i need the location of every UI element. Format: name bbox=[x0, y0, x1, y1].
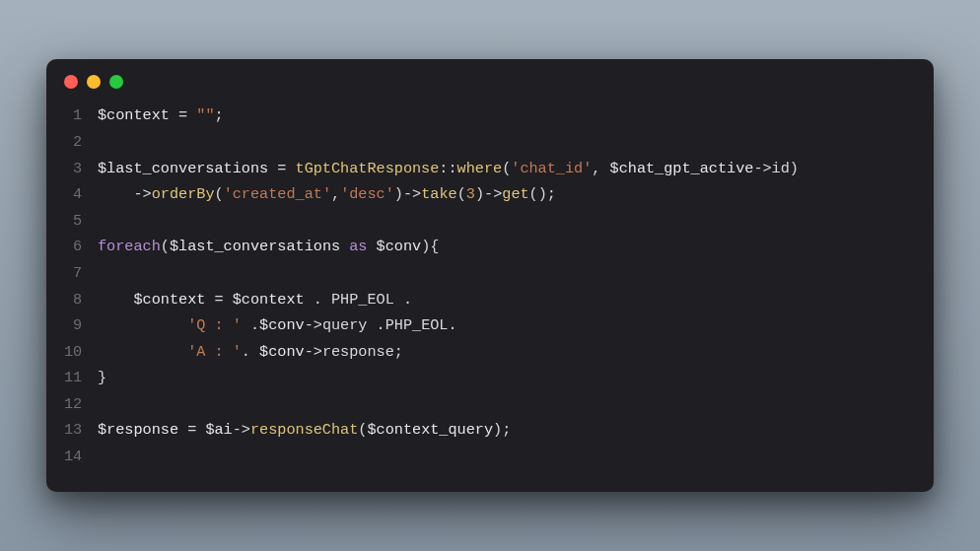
code-line[interactable]: 4 ->orderBy('created_at','desc')->take(3… bbox=[64, 181, 916, 208]
token-punc: ( bbox=[215, 185, 224, 203]
line-code[interactable]: foreach($last_conversations as $conv){ bbox=[98, 234, 916, 260]
token-var: $context_query bbox=[367, 421, 493, 439]
line-code[interactable] bbox=[98, 260, 916, 287]
token-op: :: bbox=[439, 160, 456, 177]
token-punc: ( bbox=[161, 238, 170, 255]
code-line[interactable]: 14 bbox=[64, 444, 916, 470]
line-number: 8 bbox=[64, 287, 98, 313]
token-punc: , bbox=[592, 160, 609, 177]
line-code[interactable] bbox=[98, 129, 916, 156]
token-op: = bbox=[170, 106, 196, 124]
token-const: PHP_EOL bbox=[331, 291, 394, 309]
code-line[interactable]: 13$response = $ai->responseChat($context… bbox=[64, 417, 916, 444]
line-number: 3 bbox=[64, 156, 98, 182]
token-op: = bbox=[205, 291, 232, 309]
token-var: $conv bbox=[259, 316, 305, 334]
line-number: 14 bbox=[64, 444, 98, 470]
line-code[interactable] bbox=[98, 208, 916, 235]
line-number: 4 bbox=[64, 181, 98, 208]
token-var: $context bbox=[98, 106, 170, 124]
code-line[interactable]: 12 bbox=[64, 391, 916, 418]
token-str: 'A : ' bbox=[187, 343, 242, 361]
token-punc: (); bbox=[529, 185, 556, 203]
token-punc bbox=[98, 185, 133, 203]
code-line[interactable]: 9 'Q : ' .$conv->query .PHP_EOL. bbox=[64, 312, 916, 339]
token-punc: } bbox=[98, 369, 106, 386]
zoom-icon[interactable] bbox=[109, 75, 123, 89]
line-code[interactable] bbox=[98, 391, 916, 418]
token-punc: ; bbox=[215, 106, 224, 124]
token-op: = bbox=[268, 160, 295, 177]
token-op: . bbox=[242, 343, 259, 361]
token-var: $last_conversations bbox=[170, 238, 340, 255]
token-punc bbox=[98, 316, 187, 334]
token-call: orderBy bbox=[152, 185, 215, 203]
token-num: 3 bbox=[466, 185, 475, 203]
token-punc: ); bbox=[493, 421, 511, 439]
token-punc: ( bbox=[457, 185, 466, 203]
code-line[interactable]: 1$context = ""; bbox=[64, 103, 916, 129]
token-call: get bbox=[502, 185, 528, 203]
code-line[interactable]: 6foreach($last_conversations as $conv){ bbox=[64, 234, 916, 260]
token-var: $conv bbox=[259, 343, 305, 361]
token-arrow: -> bbox=[233, 421, 250, 439]
token-punc: ) bbox=[394, 185, 403, 203]
line-number: 13 bbox=[64, 417, 98, 444]
token-var: $last_conversations bbox=[98, 160, 268, 177]
token-op: . bbox=[449, 316, 457, 334]
token-var: $context bbox=[233, 291, 305, 309]
line-number: 10 bbox=[64, 339, 98, 366]
token-punc: ) bbox=[475, 185, 484, 203]
code-line[interactable]: 10 'A : '. $conv->response; bbox=[64, 339, 916, 366]
code-line[interactable]: 11} bbox=[64, 365, 916, 391]
token-str: 'chat_id' bbox=[511, 160, 592, 177]
line-number: 5 bbox=[64, 208, 98, 235]
token-kw: foreach bbox=[98, 238, 161, 255]
code-editor[interactable]: 1$context = "";2 3$last_conversations = … bbox=[46, 95, 934, 491]
token-str: 'created_at' bbox=[224, 185, 331, 203]
token-var: $ai bbox=[205, 421, 232, 439]
line-code[interactable]: $context = $context . PHP_EOL . bbox=[98, 287, 916, 313]
code-line[interactable]: 8 $context = $context . PHP_EOL . bbox=[64, 287, 916, 313]
token-punc: ) bbox=[790, 160, 799, 177]
token-str: 'desc' bbox=[340, 185, 394, 203]
token-var: $conv bbox=[377, 238, 422, 255]
line-code[interactable]: 'A : '. $conv->response; bbox=[98, 339, 916, 366]
close-icon[interactable] bbox=[64, 75, 78, 89]
window-titlebar bbox=[46, 59, 934, 95]
code-line[interactable]: 3$last_conversations = tGptChatResponse:… bbox=[64, 156, 916, 182]
token-str: "" bbox=[196, 106, 214, 124]
code-line[interactable]: 7 bbox=[64, 260, 916, 287]
token-prop: id bbox=[772, 160, 790, 177]
token-prop: response bbox=[322, 343, 394, 361]
token-punc bbox=[367, 238, 376, 255]
token-op: . bbox=[394, 291, 412, 309]
token-var: $chat_gpt_active bbox=[610, 160, 754, 177]
token-punc: ; bbox=[394, 343, 403, 361]
line-number: 6 bbox=[64, 234, 98, 260]
token-kw: as bbox=[349, 238, 367, 255]
token-var: $response bbox=[98, 421, 178, 439]
line-code[interactable]: } bbox=[98, 365, 916, 391]
line-number: 12 bbox=[64, 391, 98, 418]
code-line[interactable]: 2 bbox=[64, 129, 916, 156]
token-arrow: -> bbox=[484, 185, 502, 203]
line-number: 1 bbox=[64, 103, 98, 129]
token-op: = bbox=[178, 421, 205, 439]
token-punc bbox=[340, 238, 349, 255]
line-code[interactable]: ->orderBy('created_at','desc')->take(3)-… bbox=[98, 181, 916, 208]
line-number: 11 bbox=[64, 365, 98, 391]
token-const: PHP_EOL bbox=[385, 316, 449, 334]
line-code[interactable] bbox=[98, 444, 916, 470]
code-line[interactable]: 5 bbox=[64, 208, 916, 235]
line-number: 2 bbox=[64, 129, 98, 156]
token-arrow: -> bbox=[133, 185, 151, 203]
line-code[interactable]: 'Q : ' .$conv->query .PHP_EOL. bbox=[98, 312, 916, 339]
minimize-icon[interactable] bbox=[87, 75, 101, 89]
line-code[interactable]: $context = ""; bbox=[98, 103, 916, 129]
line-code[interactable]: $last_conversations = tGptChatResponse::… bbox=[98, 156, 916, 182]
line-number: 7 bbox=[64, 260, 98, 287]
token-punc: ){ bbox=[421, 238, 439, 255]
token-call: responseChat bbox=[250, 421, 358, 439]
line-code[interactable]: $response = $ai->responseChat($context_q… bbox=[98, 417, 916, 444]
